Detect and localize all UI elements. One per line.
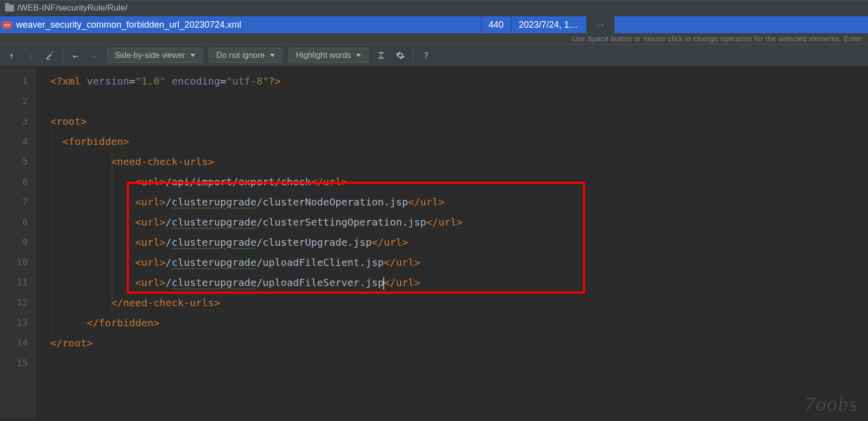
code-line: <need-check-urls>: [50, 152, 868, 172]
code-line: <url>/clusterupgrade/uploadFileClient.js…: [50, 252, 868, 272]
code-line: <forbidden>: [50, 131, 868, 152]
code-area[interactable]: <?xml version="1.0" encoding="utf-8"?> <…: [35, 67, 868, 417]
line-number: 15: [0, 353, 28, 373]
highlight-label: Highlight words: [296, 51, 351, 60]
line-number: 10: [0, 252, 28, 272]
diff-toolbar: ↑ ↓ ← → Side-by-side viewer Do not ignor…: [0, 44, 868, 66]
folder-icon: [5, 5, 14, 12]
file-name: weaver_security_common_forbidden_url_202…: [14, 20, 241, 30]
line-number: 11: [0, 272, 28, 293]
line-number: 4: [0, 131, 28, 152]
edit-icon[interactable]: [43, 49, 56, 62]
separator: [413, 49, 413, 61]
ignore-dropdown[interactable]: Do not ignore: [209, 48, 282, 63]
arrow-up-icon[interactable]: ↑: [5, 49, 18, 62]
code-line: <url>/clusterupgrade/clusterUpgrade.jsp<…: [50, 232, 868, 252]
line-number: 1: [0, 71, 28, 91]
code-line: [50, 91, 868, 111]
breadcrumb-bar: /WEB-INF/securityRule/Rule/: [0, 0, 868, 16]
code-line: <url>/clusterupgrade/uploadFileServer.js…: [50, 272, 868, 293]
line-number: 13: [0, 313, 28, 333]
line-number: 2: [0, 91, 28, 111]
line-number: 7: [0, 192, 28, 212]
highlight-dropdown[interactable]: Highlight words: [288, 48, 369, 63]
viewer-mode-dropdown[interactable]: Side-by-side viewer: [107, 48, 203, 63]
line-gutter: 1 2 3 4 5 6 7 8 9 10 11 12 13 14 15: [0, 67, 35, 417]
code-line: <?xml version="1.0" encoding="utf-8"?>: [50, 71, 868, 91]
line-number: 3: [0, 111, 28, 131]
forward-arrow-icon[interactable]: →: [88, 49, 101, 62]
line-number: 9: [0, 232, 28, 252]
help-icon[interactable]: ?: [419, 49, 432, 62]
code-line: <url>/clusterupgrade/clusterSettingOpera…: [50, 212, 868, 232]
arrow-right-icon[interactable]: →: [587, 16, 614, 33]
line-number: 8: [0, 212, 28, 232]
hint-bar: Use Space button or mouse click to chang…: [0, 33, 868, 44]
chevron-down-icon: [356, 54, 361, 57]
code-line: [50, 353, 868, 373]
gear-icon[interactable]: [394, 49, 407, 62]
line-number: 5: [0, 152, 28, 172]
top-area: /WEB-INF/securityRule/Rule/ <> weaver_se…: [0, 0, 868, 67]
collapse-icon[interactable]: [375, 49, 388, 62]
breadcrumb-path[interactable]: /WEB-INF/securityRule/Rule/: [17, 3, 127, 13]
code-line: </need-check-urls>: [50, 293, 868, 313]
line-number: 12: [0, 293, 28, 313]
code-editor[interactable]: 1 2 3 4 5 6 7 8 9 10 11 12 13 14 15 <?xm…: [0, 67, 868, 417]
viewer-mode-label: Side-by-side viewer: [115, 51, 185, 60]
empty-cell: [614, 16, 868, 33]
code-line: </root>: [50, 333, 868, 353]
separator: [62, 49, 63, 61]
xml-file-icon: <>: [0, 21, 14, 29]
code-line: <url>/api/import/export/check</url>: [50, 172, 868, 192]
ignore-label: Do not ignore: [216, 51, 265, 60]
file-row[interactable]: <> weaver_security_common_forbidden_url_…: [0, 16, 868, 33]
line-number: 6: [0, 172, 28, 192]
line-number: 14: [0, 333, 28, 353]
chevron-down-icon: [190, 54, 195, 57]
back-arrow-icon[interactable]: ←: [69, 49, 82, 62]
arrow-down-icon[interactable]: ↓: [24, 49, 37, 62]
file-size-cell: 440: [481, 16, 511, 33]
file-date-cell: 2023/7/24, 1…: [511, 16, 587, 33]
code-line: <root>: [50, 111, 868, 131]
chevron-down-icon: [270, 54, 275, 57]
code-line: <url>/clusterupgrade/clusterNodeOperatio…: [50, 192, 868, 212]
code-line: </forbidden>: [50, 313, 868, 333]
